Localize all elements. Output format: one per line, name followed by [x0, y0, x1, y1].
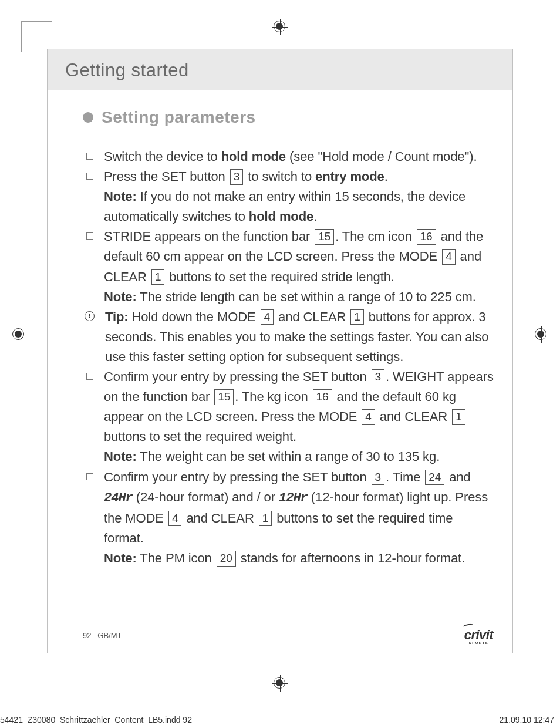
item-text: Confirm your entry by pressing the SET b…: [104, 367, 495, 467]
reference-number-box: 15: [315, 229, 334, 245]
imprint-datetime: 21.09.10 12:47: [500, 715, 554, 724]
reference-number-box: 3: [372, 470, 384, 486]
item-list: Switch the device to hold mode (see "Hol…: [83, 147, 495, 568]
reference-number-box: 24: [425, 470, 444, 486]
reference-number-box: 1: [259, 511, 272, 527]
section-bullet-icon: [83, 112, 93, 123]
reference-number-box: 1: [452, 409, 465, 425]
registration-mark-left: [11, 326, 27, 343]
list-item: Confirm your entry by pressing the SET b…: [83, 467, 495, 568]
checkbox-icon: [86, 173, 93, 180]
reference-number-box: 4: [442, 249, 455, 265]
item-text: Confirm your entry by pressing the SET b…: [104, 467, 495, 568]
imprint-file: 54421_Z30080_Schrittzaehler_Content_LB5.…: [0, 715, 192, 724]
reference-number-box: 16: [313, 389, 332, 405]
list-item: Switch the device to hold mode (see "Hol…: [83, 147, 495, 167]
registration-mark-right: [533, 326, 549, 343]
brand-logo: crivit — SPORTS —: [463, 628, 495, 645]
reference-number-box: 20: [217, 551, 236, 567]
reference-number-box: 3: [230, 169, 243, 185]
registration-mark-bottom: [272, 675, 288, 692]
list-item: Confirm your entry by pressing the SET b…: [83, 367, 495, 467]
page-header: Getting started: [48, 49, 512, 90]
page-footer: 92 GB/MT: [83, 631, 122, 640]
checkbox-icon: [86, 153, 93, 160]
checkbox-icon: [86, 232, 93, 240]
info-icon: !: [85, 311, 95, 321]
section-title-text: Setting parameters: [102, 108, 256, 127]
page-number: 92: [83, 631, 91, 640]
reference-number-box: 4: [168, 511, 181, 527]
reference-number-box: 15: [214, 389, 234, 405]
list-item: !Tip: Hold down the MODE 4 and CLEAR 1 b…: [83, 307, 495, 367]
item-text: Tip: Hold down the MODE 4 and CLEAR 1 bu…: [105, 307, 495, 367]
reference-number-box: 16: [417, 229, 436, 245]
reference-number-box: 1: [151, 269, 164, 285]
reference-number-box: 4: [261, 309, 274, 325]
brand-name: crivit: [463, 628, 495, 643]
section-title: Setting parameters: [83, 108, 495, 127]
checkbox-icon: [86, 473, 93, 480]
reference-number-box: 4: [362, 409, 375, 425]
footer-lang: GB/MT: [97, 631, 122, 640]
crop-mark-corner: [21, 21, 52, 52]
checkbox-icon: [86, 373, 93, 380]
registration-mark-top: [272, 19, 288, 35]
item-text: Press the SET button 3 to switch to entr…: [104, 167, 495, 227]
reference-number-box: 1: [350, 309, 363, 325]
list-item: STRIDE appears on the function bar 15. T…: [83, 227, 495, 306]
item-text: Switch the device to hold mode (see "Hol…: [104, 147, 495, 167]
reference-number-box: 3: [372, 369, 384, 385]
list-item: Press the SET button 3 to switch to entr…: [83, 167, 495, 227]
page-frame: Getting started Setting parameters Switc…: [47, 49, 513, 653]
item-text: STRIDE appears on the function bar 15. T…: [104, 227, 495, 306]
page-content: Setting parameters Switch the device to …: [48, 90, 512, 568]
